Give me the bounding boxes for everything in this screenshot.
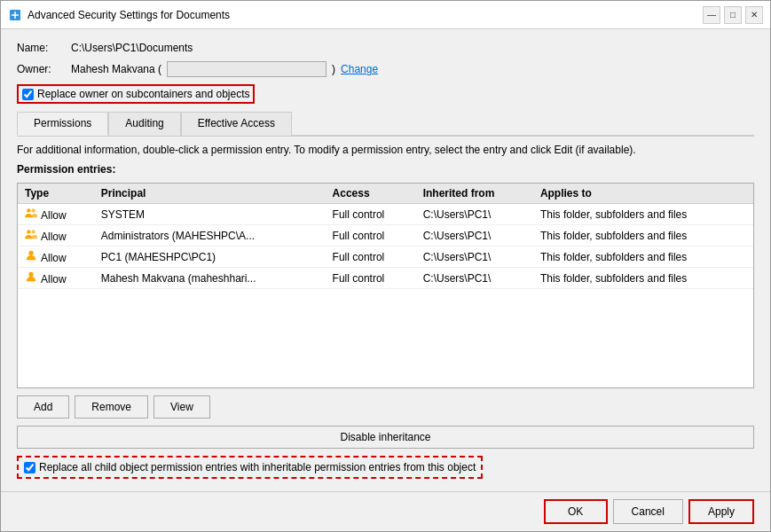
window-title: Advanced Security Settings for Documents xyxy=(28,9,703,21)
cell-applies-to: This folder, subfolders and files xyxy=(533,225,753,246)
cell-principal: Administrators (MAHESHPC\A... xyxy=(94,225,326,246)
cell-access: Full control xyxy=(326,246,416,268)
single-user-icon xyxy=(25,249,37,262)
minimize-button[interactable]: — xyxy=(703,6,720,24)
owner-row: Owner: Mahesh Makvana ( ) Change xyxy=(17,61,754,77)
replace-child-checkbox[interactable] xyxy=(24,462,35,473)
svg-point-5 xyxy=(28,251,33,255)
col-inherited: Inherited from xyxy=(416,184,533,204)
maximize-button[interactable]: □ xyxy=(724,6,742,24)
dialog-buttons-row: OK Cancel Apply xyxy=(1,491,770,531)
replace-owner-label: Replace owner on subcontainers and objec… xyxy=(37,88,249,100)
permission-table-container: Type Principal Access Inherited from App… xyxy=(17,183,754,388)
cell-access: Full control xyxy=(326,225,416,246)
replace-owner-row: Replace owner on subcontainers and objec… xyxy=(17,84,255,104)
table-header-row: Type Principal Access Inherited from App… xyxy=(18,184,753,204)
cell-applies-to: This folder, subfolders and files xyxy=(533,246,753,268)
cell-principal: SYSTEM xyxy=(94,204,326,225)
cell-type: Allow xyxy=(18,204,94,225)
main-window: Advanced Security Settings for Documents… xyxy=(0,0,771,532)
cell-principal: Mahesh Makvana (maheshhari... xyxy=(94,268,326,289)
permission-entries-label: Permission entries: xyxy=(17,163,754,176)
main-content: Name: C:\Users\PC1\Documents Owner: Mahe… xyxy=(1,29,770,491)
view-button[interactable]: View xyxy=(153,395,210,419)
svg-point-2 xyxy=(31,208,35,212)
col-principal: Principal xyxy=(94,184,326,204)
svg-point-3 xyxy=(27,230,30,233)
table-row[interactable]: Allow PC1 (MAHESHPC\PC1) Full control C:… xyxy=(18,246,753,268)
title-bar: Advanced Security Settings for Documents… xyxy=(1,1,770,29)
replace-owner-checkbox[interactable] xyxy=(22,89,34,100)
window-icon xyxy=(8,8,22,22)
window-controls: — □ ✕ xyxy=(703,6,763,24)
group-user-icon xyxy=(25,228,37,240)
cell-inherited-from: C:\Users\PC1\ xyxy=(416,225,533,246)
apply-button[interactable]: Apply xyxy=(688,499,754,524)
svg-point-4 xyxy=(31,230,35,233)
cell-type: Allow xyxy=(18,246,94,268)
remove-button[interactable]: Remove xyxy=(75,395,148,419)
cell-type: Allow xyxy=(18,268,94,289)
cell-access: Full control xyxy=(326,204,416,225)
disable-inheritance-button[interactable]: Disable inheritance xyxy=(17,426,754,449)
cell-applies-to: This folder, subfolders and files xyxy=(533,268,753,289)
cell-access: Full control xyxy=(326,268,416,289)
col-applies: Applies to xyxy=(533,184,753,204)
name-label: Name: xyxy=(17,42,66,54)
cell-applies-to: This folder, subfolders and files xyxy=(533,204,753,225)
ok-button[interactable]: OK xyxy=(544,499,608,524)
tab-permissions[interactable]: Permissions xyxy=(17,112,108,136)
permission-table: Type Principal Access Inherited from App… xyxy=(18,184,753,289)
table-row[interactable]: Allow Administrators (MAHESHPC\A... Full… xyxy=(18,225,753,246)
cell-type: Allow xyxy=(18,225,94,246)
replace-child-label: Replace all child object permission entr… xyxy=(39,461,476,473)
single-user-icon xyxy=(25,270,37,283)
col-type: Type xyxy=(18,184,94,204)
group-user-icon xyxy=(25,207,37,219)
cell-inherited-from: C:\Users\PC1\ xyxy=(416,268,533,289)
change-link[interactable]: Change xyxy=(341,63,378,75)
svg-point-6 xyxy=(28,272,33,277)
owner-name: Mahesh Makvana ( xyxy=(71,63,161,75)
col-access: Access xyxy=(326,184,416,204)
owner-label: Owner: xyxy=(17,63,66,75)
cell-inherited-from: C:\Users\PC1\ xyxy=(416,246,533,268)
cell-principal: PC1 (MAHESHPC\PC1) xyxy=(94,246,326,268)
add-button[interactable]: Add xyxy=(17,395,69,419)
cancel-button[interactable]: Cancel xyxy=(613,499,683,524)
tab-effective-access[interactable]: Effective Access xyxy=(181,112,292,136)
replace-child-row: Replace all child object permission entr… xyxy=(17,456,483,479)
tabs-container: Permissions Auditing Effective Access xyxy=(17,111,754,137)
cell-inherited-from: C:\Users\PC1\ xyxy=(416,204,533,225)
name-value: C:\Users\PC1\Documents xyxy=(71,42,193,54)
owner-suffix: ) xyxy=(332,63,335,75)
table-row[interactable]: Allow SYSTEM Full control C:\Users\PC1\ … xyxy=(18,204,753,225)
owner-input-field xyxy=(167,61,326,77)
info-text: For additional information, double-click… xyxy=(17,144,754,156)
name-row: Name: C:\Users\PC1\Documents xyxy=(17,42,754,54)
close-button[interactable]: ✕ xyxy=(745,6,763,24)
svg-point-1 xyxy=(27,208,30,212)
tab-auditing[interactable]: Auditing xyxy=(108,112,180,136)
table-row[interactable]: Allow Mahesh Makvana (maheshhari... Full… xyxy=(18,268,753,289)
action-buttons-row: Add Remove View xyxy=(17,395,754,419)
